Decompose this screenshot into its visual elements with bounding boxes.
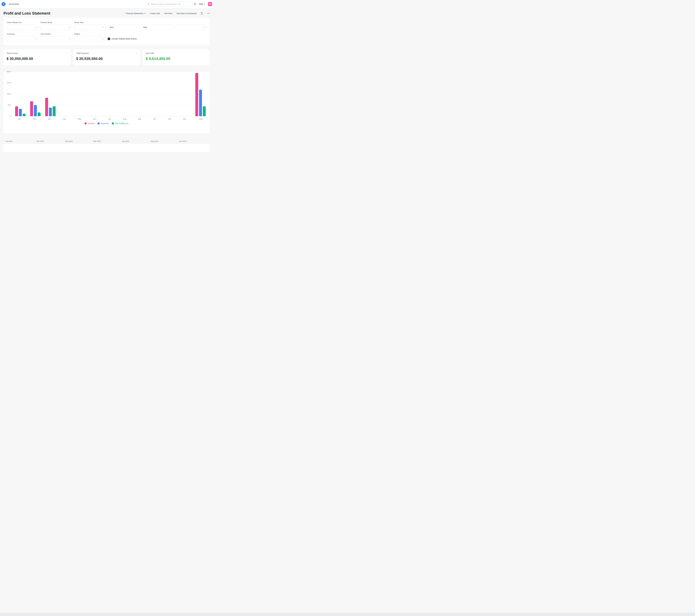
- x-axis-category-aug: Aug ...: [118, 116, 133, 120]
- y-axis-label: 27 M: [4, 82, 11, 84]
- action-create-card-button[interactable]: Create Card: [150, 12, 160, 15]
- bar-net-profit-loss-jan-2021[interactable]: [23, 114, 26, 116]
- bar-expense-jan-2021[interactable]: [19, 109, 22, 116]
- bar-expense-mar-2021[interactable]: [49, 107, 52, 116]
- bar-group-nov-2021: [163, 72, 178, 116]
- x-axis-tick: [95, 116, 96, 117]
- filters-section: Unico Plastics Inc. Finance Book Fiscal …: [3, 18, 210, 45]
- chevron-down-icon: [204, 4, 205, 4]
- page-header: Profit and Loss Statement Financial Stat…: [3, 11, 210, 16]
- summary-cards-row: Total Income−$ 30,050,000.00Total Expens…: [3, 49, 210, 66]
- chevron-down-icon: [102, 38, 104, 39]
- page-actions: Financial Statements Create CardSet Char…: [126, 12, 210, 15]
- filter-periodicity: [175, 21, 206, 30]
- bell-icon: [193, 2, 196, 5]
- x-axis-label: Dec ...: [183, 118, 188, 120]
- summary-card-label: Net Profit: [146, 52, 154, 54]
- from-fiscal-year-input[interactable]: [108, 24, 139, 30]
- x-axis-label: Mar ...: [48, 118, 53, 120]
- bar-group-jan-2021: [13, 72, 28, 116]
- search-icon: [147, 3, 150, 5]
- bar-income-mar-2021[interactable]: [45, 98, 48, 116]
- page-title: Profit and Loss Statement: [3, 11, 50, 16]
- page: Profit and Loss Statement Financial Stat…: [0, 11, 213, 152]
- operator-icon: −: [66, 52, 68, 54]
- action-set-chart-button[interactable]: Set Chart: [164, 12, 172, 15]
- refresh-icon: [201, 12, 203, 15]
- finance-book-select[interactable]: [40, 24, 72, 30]
- summary-card-value: $ 20,535,550.00: [76, 56, 137, 61]
- app-logo[interactable]: [1, 2, 5, 6]
- bar-groups: [13, 72, 208, 116]
- bar-net-profit-loss-feb-2021[interactable]: [38, 113, 40, 116]
- filter-from-fiscal-year: [108, 21, 139, 30]
- filter-label-empty: [175, 21, 206, 24]
- bar-net-profit-loss-total[interactable]: [203, 106, 206, 116]
- text-action-buttons: Create CardSet ChartAdd Chart to Dashboa…: [150, 12, 197, 15]
- cost-center-select[interactable]: [40, 36, 72, 41]
- bar-group-jun-2021: [88, 72, 103, 116]
- summary-card-total-income: Total Income−$ 30,050,000.00: [3, 49, 71, 66]
- refresh-button[interactable]: [201, 12, 203, 15]
- x-axis-category-nov: Nov ...: [163, 116, 178, 120]
- x-axis-category-may: May ...: [73, 116, 88, 120]
- x-axis-label: Feb ...: [33, 118, 38, 120]
- bar-group-mar-2021: [43, 72, 58, 116]
- search-bar: [146, 1, 191, 7]
- legend-label-income: Income: [88, 122, 95, 124]
- legend-swatch-income: [85, 122, 87, 124]
- bar-net-profit-loss-mar-2021[interactable]: [53, 106, 56, 116]
- periodicity-select[interactable]: [175, 24, 206, 30]
- legend-swatch-net-profit-loss: [112, 122, 114, 124]
- x-axis-label: Total: [199, 118, 202, 120]
- legend-item-income: Income: [85, 122, 95, 124]
- bar-income-total[interactable]: [195, 73, 198, 116]
- bar-group-feb-2021: [28, 72, 43, 116]
- help-menu[interactable]: Help: [199, 3, 205, 5]
- financial-statements-menu[interactable]: Financial Statements: [126, 12, 146, 15]
- search-input[interactable]: [151, 3, 189, 5]
- x-axis-label: Nov ...: [168, 118, 173, 120]
- report-table: AccountJan 2021Feb 2021Mar 2021Apr 2021M…: [3, 139, 210, 152]
- bar-group-total: [193, 72, 208, 116]
- x-axis-category-sep: Sep ...: [133, 116, 148, 120]
- checkbox-checked-icon[interactable]: [108, 38, 110, 40]
- company-select[interactable]: [7, 24, 38, 30]
- bar-income-jan-2021[interactable]: [15, 106, 18, 116]
- filter-to-fiscal-year: [141, 21, 173, 30]
- bar-group-sep-2021: [133, 72, 148, 116]
- breadcrumb[interactable]: Accounting: [9, 3, 19, 5]
- more-menu-button[interactable]: [207, 13, 210, 14]
- summary-card-value: $ 30,050,000.00: [6, 56, 68, 61]
- y-axis-label: 0: [4, 115, 11, 117]
- x-axis-tick: [65, 116, 66, 117]
- chevron-down-icon: [203, 27, 204, 28]
- legend-item-net-profit-loss: Net Profit/Loss: [112, 122, 129, 124]
- project-select[interactable]: [74, 36, 105, 41]
- summary-card-label: Total Income: [6, 52, 18, 54]
- notifications-button[interactable]: [193, 2, 196, 5]
- bar-expense-feb-2021[interactable]: [34, 105, 37, 116]
- currency-select[interactable]: [7, 36, 38, 41]
- x-axis-category-jan: Jan ...: [13, 116, 28, 120]
- table-column-account: Account: [6, 140, 37, 142]
- filter-currency: Currency: [7, 33, 38, 41]
- include-default-book-entries[interactable]: Include Default Book Entries: [108, 33, 206, 41]
- filter-label-company: Unico Plastics Inc.: [7, 21, 38, 24]
- to-fiscal-year-input[interactable]: [141, 24, 173, 30]
- x-axis-label: Apr ...: [63, 118, 68, 120]
- help-label: Help: [199, 3, 203, 5]
- filter-label-fiscal-year: Fiscal Year: [74, 21, 105, 24]
- bar-expense-total[interactable]: [199, 90, 202, 116]
- calculator-icon: [2, 3, 5, 5]
- fiscal-year-select[interactable]: [74, 24, 105, 30]
- action-add-chart-to-dashboard-button[interactable]: Add Chart to Dashboard: [176, 12, 197, 15]
- bar-income-feb-2021[interactable]: [30, 101, 33, 116]
- navbar-right: Help BS: [146, 1, 212, 7]
- avatar[interactable]: BS: [208, 2, 212, 6]
- x-axis-tick: [185, 116, 186, 117]
- filter-label-cost-center: Cost Center: [40, 33, 72, 35]
- bar-group-apr-2021: [58, 72, 73, 116]
- operator-icon: =: [136, 52, 137, 54]
- x-axis-label: Aug ...: [123, 118, 128, 120]
